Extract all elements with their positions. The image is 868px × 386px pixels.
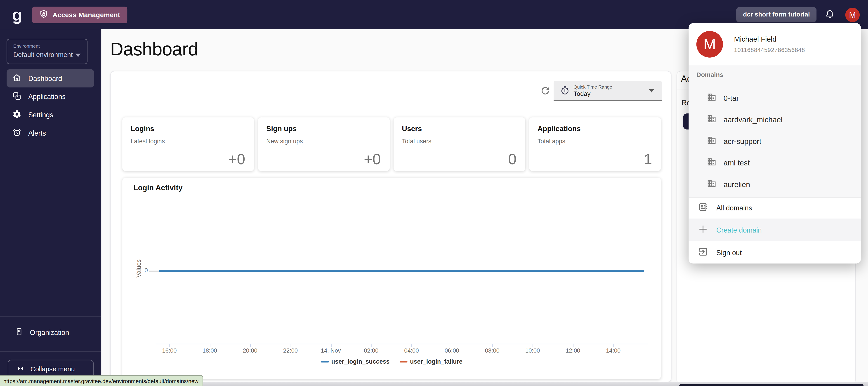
legend-label: user_login_success <box>331 358 390 364</box>
x-axis-tick-label: 08:00 <box>485 347 499 354</box>
stat-subtitle: Total apps <box>537 138 653 144</box>
legend-item-failure[interactable]: user_login_failure <box>399 358 463 364</box>
stat-value: +0 <box>228 151 245 168</box>
dashboard-card: Quick Time Range Today Logins Latest log… <box>110 71 671 382</box>
sign-out-icon <box>698 247 708 259</box>
x-axis-tick-label: 12:00 <box>566 347 580 354</box>
plus-icon <box>698 224 708 236</box>
legend-marker-failure <box>399 361 407 362</box>
create-domain-label: Create domain <box>716 226 762 234</box>
organization-icon <box>15 327 23 338</box>
x-axis-tick-label: 04:00 <box>404 347 418 354</box>
sidebar-item-label: Settings <box>28 111 53 119</box>
notifications-bell-icon[interactable] <box>824 8 836 21</box>
sign-out-label: Sign out <box>716 249 742 257</box>
stat-card-signups: Sign ups New sign ups +0 <box>258 117 390 171</box>
user-avatar[interactable]: M <box>845 7 860 22</box>
domain-name: aurelien <box>723 180 750 189</box>
x-axis-tick-label: 14. Nov <box>321 347 341 354</box>
user-menu-panel: M Michael Field 101168844592786356848 Do… <box>689 23 861 263</box>
domain-building-icon <box>707 179 716 190</box>
domain-name: aardvark_michael <box>723 116 782 124</box>
x-axis-tick-label: 10:00 <box>525 347 540 354</box>
stat-title: Logins <box>131 125 246 133</box>
product-badge-label: Access Management <box>53 11 120 19</box>
product-badge-access-management[interactable]: Access Management <box>32 6 127 23</box>
all-domains-item[interactable]: All domains <box>689 197 861 219</box>
user-menu-header: M Michael Field 101168844592786356848 <box>689 23 861 65</box>
refresh-icon[interactable] <box>540 85 551 96</box>
stat-card-applications: Applications Total apps 1 <box>529 117 661 171</box>
environment-selector[interactable]: Environment Default environment <box>6 39 88 64</box>
sidebar-item-dashboard[interactable]: Dashboard <box>6 69 94 88</box>
quick-time-range-select[interactable]: Quick Time Range Today <box>554 81 662 101</box>
all-domains-label: All domains <box>716 204 752 212</box>
domain-item-aurelien[interactable]: aurelien <box>689 174 861 195</box>
stat-card-logins: Logins Latest logins +0 <box>122 117 254 171</box>
sign-out-item[interactable]: Sign out <box>689 242 861 263</box>
domain-item-ami-test[interactable]: ami test <box>689 152 861 174</box>
domain-list: 0-tar aardvark_michael acr-support <box>689 88 861 195</box>
sidebar-item-label: Applications <box>28 93 66 100</box>
environment-value: Default environment <box>13 51 81 59</box>
stat-value: +0 <box>364 151 381 168</box>
domain-building-icon <box>707 136 716 147</box>
x-axis-line <box>156 344 648 344</box>
chart-legend: user_login_success user_login_failure <box>122 358 661 364</box>
applications-icon <box>12 91 22 102</box>
stat-subtitle: Latest logins <box>131 138 246 144</box>
gravitee-logo[interactable]: g <box>10 7 24 22</box>
chevron-down-icon <box>75 54 81 57</box>
collapse-menu-label: Collapse menu <box>31 365 75 373</box>
sidebar-item-settings[interactable]: Settings <box>6 106 94 124</box>
environment-label: Environment <box>13 43 81 49</box>
user-avatar-large: M <box>696 31 723 58</box>
domain-item-acr-support[interactable]: acr-support <box>689 131 861 152</box>
gravitee-am-console: g Access Management dcr short form tutor… <box>0 0 868 386</box>
cutoff-dark-element <box>679 384 864 386</box>
stat-value: 1 <box>644 151 652 168</box>
domain-name: acr-support <box>723 137 761 146</box>
quick-time-range-label: Quick Time Range <box>574 84 612 90</box>
y-axis-tick-mark <box>149 271 159 272</box>
sidebar-item-organization[interactable]: Organization <box>0 323 101 342</box>
x-axis-tick-label: 20:00 <box>243 347 257 354</box>
sidebar-nav: Dashboard Applications Settings <box>6 69 94 142</box>
legend-label: user_login_failure <box>410 358 463 364</box>
quick-time-range-value: Today <box>574 90 590 97</box>
context-button[interactable]: dcr short form tutorial <box>737 7 817 22</box>
all-domains-grid-icon <box>698 202 708 214</box>
chevron-down-icon <box>649 89 654 92</box>
x-axis-tick-label: 18:00 <box>203 347 217 354</box>
sidebar-divider <box>0 351 101 352</box>
stat-subtitle: New sign ups <box>266 138 381 144</box>
x-axis-labels: 16:0018:0020:0022:0014. Nov02:0004:0006:… <box>156 347 648 355</box>
home-icon <box>12 73 22 84</box>
legend-item-success[interactable]: user_login_success <box>321 358 390 364</box>
sidebar-item-label: Alerts <box>28 129 46 137</box>
domain-name: 0-tar <box>723 94 739 102</box>
x-axis-tick-label: 06:00 <box>445 347 459 354</box>
sidebar: Environment Default environment Dashboar… <box>0 29 101 386</box>
create-domain-item[interactable]: Create domain <box>689 219 861 242</box>
x-axis-tick-label: 14:00 <box>606 347 620 354</box>
user-name: Michael Field <box>734 35 776 43</box>
domain-item-aardvark-michael[interactable]: aardvark_michael <box>689 109 861 131</box>
x-axis-tick-label: 22:00 <box>283 347 298 354</box>
stat-title: Sign ups <box>266 125 381 133</box>
sidebar-item-applications[interactable]: Applications <box>6 88 94 106</box>
sidebar-item-label: Organization <box>30 328 69 336</box>
stat-title: Applications <box>537 125 653 133</box>
collapse-icon <box>17 364 24 374</box>
gear-icon <box>12 109 22 121</box>
domain-building-icon <box>707 92 716 104</box>
domain-item-0-tar[interactable]: 0-tar <box>689 88 861 109</box>
sidebar-item-alerts[interactable]: Alerts <box>6 124 94 142</box>
login-activity-chart: Values 0 16:0018:0020:0022:0014. Nov02:0… <box>122 178 661 379</box>
status-url-tooltip: https://am.management.master.gravitee.de… <box>0 375 204 386</box>
x-axis-tick-label: 02:00 <box>364 347 378 354</box>
alarm-clock-icon <box>12 127 22 138</box>
sidebar-divider <box>0 316 101 316</box>
domains-section-label: Domains <box>696 71 723 78</box>
shield-lock-icon <box>39 9 48 20</box>
